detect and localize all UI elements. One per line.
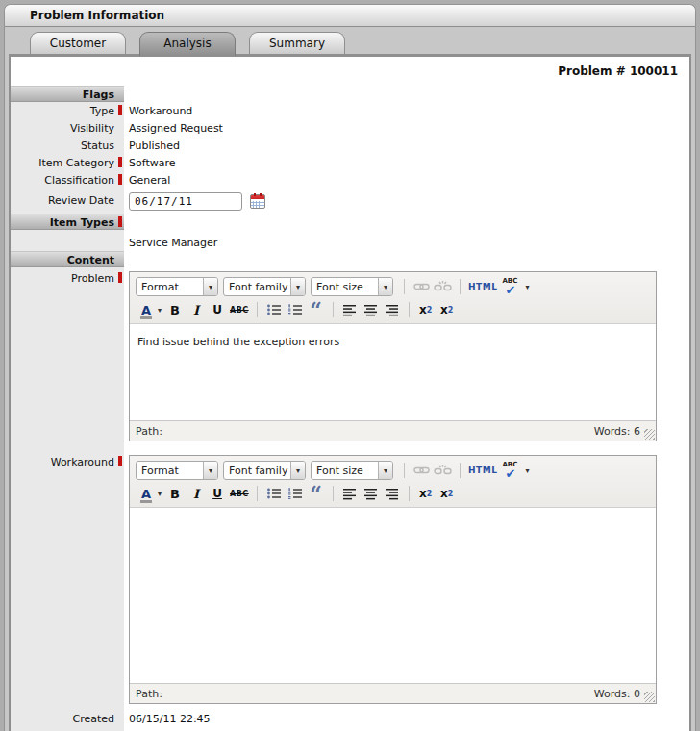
font-family-select[interactable]: Font family ▾ [223,461,306,480]
problem-information-window: Problem Information Customer Analysis Su… [4,4,696,731]
italic-button[interactable]: I [188,484,205,503]
item-types-value: Service Manager [124,230,217,251]
blockquote-icon[interactable]: “ [308,300,325,319]
chevron-down-icon: ▾ [290,278,305,295]
problem-number: Problem # 100011 [11,57,689,86]
html-source-button[interactable]: HTML [468,461,497,480]
visibility-value: Assigned Request [124,119,223,137]
item-category-row: Item Category Software [11,154,689,171]
problem-label: Problem [71,272,114,285]
spellcheck-icon[interactable]: ABC ✔ [501,277,522,296]
type-row: Type Workaround [11,102,689,119]
subscript-button[interactable]: x2 [417,484,435,503]
required-marker [118,272,122,283]
format-select[interactable]: Format ▾ [136,461,218,480]
window-titlebar: Problem Information [5,5,695,27]
item-category-label: Item Category [38,157,114,169]
remove-link-icon[interactable] [434,277,452,296]
italic-button[interactable]: I [188,300,205,319]
font-size-select[interactable]: Font size ▾ [311,277,393,296]
item-category-value: Software [124,154,176,171]
align-right-icon[interactable] [384,484,401,503]
tab-analysis[interactable]: Analysis [139,32,236,56]
classification-label: Classification [44,174,114,187]
numbered-list-icon[interactable] [287,484,304,503]
bold-button[interactable]: B [166,484,184,503]
workaround-row: Workaround Format ▾ Font family [11,451,689,704]
tab-strip: Customer Analysis Summary [5,27,695,54]
review-date-input[interactable] [129,192,242,211]
revised-row: Revised 06/15/11 22:45 [11,727,689,731]
remove-link-icon[interactable] [434,461,452,480]
content-panel: Problem # 100011 Flags Type Workaround V… [9,54,691,731]
chevron-down-icon: ▾ [378,278,392,295]
tab-summary[interactable]: Summary [249,32,345,55]
strikethrough-button[interactable]: ABC [230,484,249,503]
required-marker [118,174,122,185]
blockquote-icon[interactable]: “ [308,484,325,503]
window-title: Problem Information [30,9,164,22]
bullet-list-icon[interactable] [265,484,283,503]
resize-grip[interactable] [644,429,655,440]
revised-value: 06/15/11 22:45 [124,727,211,731]
tab-customer[interactable]: Customer [30,32,126,55]
flags-section-header-row: Flags [11,86,689,102]
align-center-icon[interactable] [362,484,380,503]
required-marker [118,105,122,115]
calendar-icon[interactable] [250,194,265,209]
font-color-button[interactable]: A [138,300,155,319]
created-label: Created [72,713,114,725]
font-size-select[interactable]: Font size ▾ [311,461,393,480]
insert-link-icon[interactable] [412,461,430,480]
required-marker [118,456,122,466]
visibility-row: Visibility Assigned Request [11,119,689,137]
bold-button[interactable]: B [166,300,184,319]
editor-statusbar: Path: Words: 0 [130,683,656,703]
problem-row: Problem Format ▾ Font family [11,267,689,441]
align-right-icon[interactable] [384,300,401,319]
align-center-icon[interactable] [362,300,380,319]
bullet-list-icon[interactable] [265,300,283,319]
strikethrough-button[interactable]: ABC [230,300,249,319]
problem-editor-textarea[interactable]: Find issue behind the exception errors [130,324,656,420]
chevron-down-icon: ▾ [290,462,305,479]
required-marker [118,157,122,167]
font-color-dropdown-arrow[interactable]: ▾ [158,306,162,315]
numbered-list-icon[interactable] [287,300,304,319]
word-count: Words: 0 [594,688,640,700]
format-select[interactable]: Format ▾ [136,277,218,296]
review-date-row: Review Date [11,189,689,214]
status-value: Published [124,137,180,154]
classification-value: General [124,171,170,189]
type-value: Workaround [124,102,192,119]
editor-toolbar: Format ▾ Font family ▾ Font size ▾ [130,456,656,508]
font-color-button[interactable]: A [138,484,155,503]
chevron-down-icon: ▾ [203,278,217,295]
font-color-dropdown-arrow[interactable]: ▾ [158,490,162,498]
item-types-section-header-row: Item Types [11,214,689,230]
underline-button[interactable]: U [209,300,226,319]
problem-form: Flags Type Workaround Visibility Assigne… [11,86,689,731]
resize-grip[interactable] [644,692,655,702]
insert-link-icon[interactable] [412,277,430,296]
editor-toolbar: Format ▾ Font family ▾ Font size ▾ [130,272,656,324]
spellcheck-dropdown-arrow[interactable]: ▾ [525,283,529,291]
underline-button[interactable]: U [209,484,226,503]
align-left-icon[interactable] [341,484,359,503]
checkmark-icon: ✔ [505,466,515,481]
font-family-select[interactable]: Font family ▾ [223,277,306,296]
spellcheck-dropdown-arrow[interactable]: ▾ [525,466,529,475]
review-date-label: Review Date [48,194,114,207]
align-left-icon[interactable] [341,300,359,319]
subscript-button[interactable]: x2 [417,300,435,319]
status-label: Status [81,139,114,152]
checkmark-icon: ✔ [505,283,515,297]
item-types-value-row: Service Manager [11,230,689,251]
spellcheck-icon[interactable]: ABC ✔ [501,461,522,480]
workaround-editor-textarea[interactable] [130,508,656,683]
path-label: Path: [136,688,162,700]
html-source-button[interactable]: HTML [468,277,497,296]
superscript-button[interactable]: x2 [438,484,456,503]
superscript-button[interactable]: x2 [438,300,456,319]
status-row: Status Published [11,137,689,154]
